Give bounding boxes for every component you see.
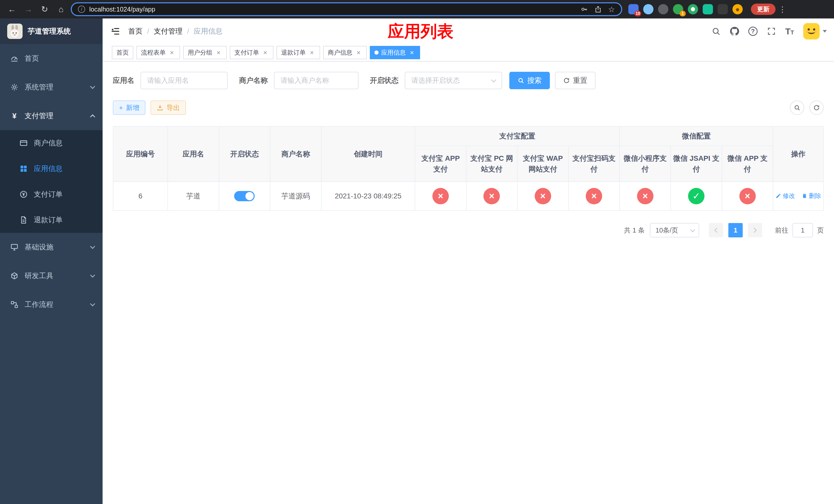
page-number-button[interactable]: 1: [728, 223, 743, 237]
github-icon[interactable]: [730, 27, 739, 36]
row-status-toggle[interactable]: [234, 191, 255, 201]
tab-app-info[interactable]: 应用信息×: [370, 46, 420, 59]
sidebar-item-label: 商户信息: [34, 138, 94, 148]
tab-close-icon[interactable]: ×: [355, 49, 362, 56]
tab-close-icon[interactable]: ×: [408, 49, 415, 56]
ext-drop-icon[interactable]: [643, 4, 654, 14]
tab-merchant-info[interactable]: 商户信息×: [323, 46, 367, 59]
browser-back-icon[interactable]: ←: [5, 3, 19, 16]
fullscreen-icon[interactable]: [767, 27, 776, 36]
tab-pay-order[interactable]: 支付订单×: [230, 46, 273, 59]
cell-app-name: 芋道: [168, 182, 219, 210]
share-icon[interactable]: [594, 5, 602, 13]
sidebar-item-payment[interactable]: ¥ 支付管理: [0, 101, 103, 130]
status-fail-icon: ×: [432, 188, 449, 204]
sidebar-item-home[interactable]: 首页: [0, 44, 103, 73]
tab-close-icon[interactable]: ×: [308, 49, 315, 56]
col-header-wx-jsapi: 微信 JSAPI 支付: [671, 146, 722, 182]
chevron-down-icon: [823, 30, 827, 32]
password-key-icon[interactable]: [580, 5, 588, 13]
user-avatar[interactable]: [803, 23, 827, 40]
col-header-alipay-app: 支付宝 APP 支付: [415, 146, 466, 182]
browser-forward-icon[interactable]: →: [22, 3, 35, 16]
breadcrumb-separator: /: [147, 27, 149, 36]
cell-alipay-app: ×: [415, 182, 466, 210]
tab-process-form[interactable]: 流程表单×: [136, 46, 180, 59]
status-fail-icon: ×: [586, 188, 602, 204]
open-status-select[interactable]: 请选择开启状态: [405, 72, 502, 89]
address-bar[interactable]: i localhost:1024/pay/app ☆: [71, 2, 622, 16]
ext-face-icon[interactable]: [732, 4, 743, 14]
tab-user-group[interactable]: 用户分组×: [183, 46, 227, 59]
ext-chat-icon[interactable]: [688, 4, 698, 14]
ext-green-icon[interactable]: 1: [673, 4, 683, 14]
ext-teal-icon[interactable]: [703, 4, 713, 14]
export-button[interactable]: 导出: [151, 100, 186, 115]
ext-dark-icon[interactable]: [658, 4, 668, 14]
sidebar-toggle-icon[interactable]: [103, 19, 128, 44]
avatar-image: [803, 23, 820, 40]
table-toolbar: + 新增 导出: [113, 100, 824, 115]
reset-button[interactable]: 重置: [555, 72, 595, 89]
sidebar-item-label: 研发工具: [25, 271, 91, 281]
breadcrumb-home[interactable]: 首页: [128, 26, 142, 36]
sidebar-item-dev-tools[interactable]: 研发工具: [0, 261, 103, 290]
sidebar-item-refund-order[interactable]: 退款订单: [0, 207, 103, 233]
sidebar-item-app-info[interactable]: 应用信息: [0, 156, 103, 182]
help-icon[interactable]: ?: [748, 27, 758, 36]
site-info-icon[interactable]: i: [78, 6, 85, 13]
sidebar-item-pay-order[interactable]: 支付订单: [0, 182, 103, 207]
edit-link[interactable]: 修改: [775, 192, 795, 200]
toolbar-right: [790, 100, 824, 115]
browser-menu-icon[interactable]: ⋮: [778, 5, 786, 14]
browser-update-button[interactable]: 更新: [751, 4, 775, 15]
refresh-table-button[interactable]: [809, 100, 824, 115]
ext-blue-icon[interactable]: 10: [628, 4, 639, 14]
col-header-status: 开启状态: [219, 127, 270, 182]
tab-refund-order[interactable]: 退款订单×: [277, 46, 320, 59]
monitor-icon: [10, 243, 19, 251]
breadcrumb-payment[interactable]: 支付管理: [154, 26, 182, 36]
font-size-icon[interactable]: TT: [785, 27, 794, 36]
edit-icon: [775, 193, 781, 199]
col-header-app-id: 应用编号: [113, 127, 168, 182]
tab-close-icon[interactable]: ×: [168, 49, 175, 56]
sidebar-item-merchant-info[interactable]: 商户信息: [0, 130, 103, 156]
col-header-wx-mini: 微信小程序支付: [620, 146, 671, 182]
browser-home-icon[interactable]: ⌂: [54, 3, 68, 16]
sidebar-item-infrastructure[interactable]: 基础设施: [0, 233, 103, 261]
tab-close-icon[interactable]: ×: [262, 49, 269, 56]
coin-yen-icon: [20, 190, 28, 199]
ext-chat-dot: [691, 7, 695, 11]
workflow-icon: [10, 300, 19, 308]
delete-link[interactable]: 删除: [802, 192, 821, 200]
goto-page-input[interactable]: [792, 223, 813, 237]
col-header-merchant: 商户名称: [270, 127, 321, 182]
tab-close-icon[interactable]: ×: [215, 49, 222, 56]
goto-prefix: 前往: [775, 226, 788, 235]
toggle-search-button[interactable]: [790, 100, 804, 115]
sidebar-item-workflow[interactable]: 工作流程: [0, 290, 103, 319]
search-form: 应用名 商户名称 开启状态 请选择开启状态 搜索 重置: [113, 72, 824, 89]
prev-page-button[interactable]: [709, 223, 723, 237]
app-logo[interactable]: 芋道管理系统: [0, 19, 103, 44]
tab-home[interactable]: 首页: [112, 46, 133, 59]
browser-reload-icon[interactable]: ↻: [38, 3, 51, 16]
app-name-input[interactable]: [140, 72, 228, 89]
app-title: 芋道管理系统: [28, 26, 71, 36]
omnibox-actions: ☆: [580, 5, 615, 14]
search-button[interactable]: 搜索: [509, 72, 550, 89]
search-icon[interactable]: [711, 27, 721, 36]
status-fail-icon: ×: [739, 188, 756, 204]
merchant-name-input[interactable]: [274, 72, 358, 89]
active-tab-dot: [374, 50, 378, 54]
page-size-select[interactable]: 10条/页: [650, 223, 699, 237]
add-button[interactable]: + 新增: [113, 100, 146, 115]
ext-badge: 10: [635, 11, 641, 17]
next-page-button[interactable]: [748, 223, 762, 237]
cell-app-id: 6: [113, 182, 168, 210]
bookmark-star-icon[interactable]: ☆: [608, 5, 615, 14]
chevron-left-icon: [714, 228, 719, 233]
ext-monkey-icon[interactable]: [718, 4, 728, 14]
sidebar-item-system[interactable]: 系统管理: [0, 73, 103, 101]
